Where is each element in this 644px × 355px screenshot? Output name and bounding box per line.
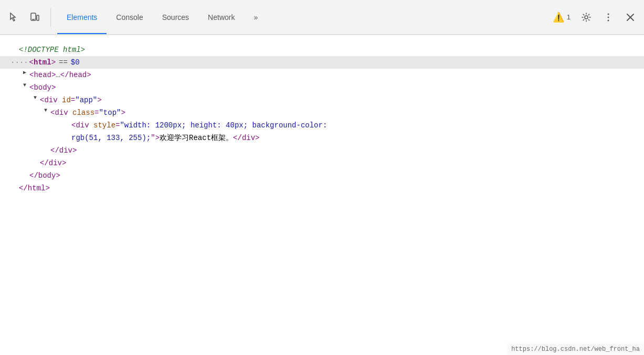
tab-more-label: »	[254, 13, 258, 21]
url-bar: https://blog.csdn.net/web_front_ha	[507, 343, 644, 355]
devtools-toolbar: Elements Console Sources Network » ⚠️ 1	[0, 0, 644, 35]
div-style-line2[interactable]: rgb(51, 133, 255);">欢迎学习React框架。</div>	[0, 132, 644, 144]
tab-console-label: Console	[116, 13, 143, 21]
html-line[interactable]: ···· <html> == $0	[0, 56, 644, 69]
more-options-button[interactable]	[599, 8, 618, 27]
html-tag-open: <	[29, 57, 34, 68]
gear-icon	[581, 12, 592, 23]
style-close-quote: ">	[151, 132, 160, 144]
device-icon	[29, 12, 40, 23]
doctype-line: <!DOCTYPE html>	[0, 44, 644, 56]
warning-icon: ⚠️	[553, 12, 564, 23]
div-top-close-line[interactable]: </div>	[0, 144, 644, 157]
warning-badge[interactable]: ⚠️ 1	[550, 9, 574, 25]
rgb-value: rgb(51, 133, 255);	[71, 132, 151, 144]
no-arrow-top-close	[42, 145, 49, 152]
body-close-line[interactable]: </body>	[0, 169, 644, 182]
div-app-line[interactable]: ▼ <div id="app">	[0, 94, 644, 106]
div-top-tag: <div class="top">	[50, 107, 125, 119]
svg-point-6	[608, 19, 609, 21]
settings-button[interactable]	[577, 8, 596, 27]
close-icon	[625, 12, 636, 23]
no-arrow-style2	[63, 132, 70, 139]
svg-point-3	[585, 16, 588, 19]
no-arrow-style	[63, 120, 70, 127]
inspect-element-button[interactable]	[4, 8, 23, 27]
tab-elements[interactable]: Elements	[57, 0, 107, 34]
no-arrow-html-close	[10, 182, 18, 190]
toolbar-left-icons	[4, 8, 51, 27]
div-style-line1[interactable]: <div style="width: 1200px; height: 40px;…	[0, 119, 644, 132]
tab-network-label: Network	[208, 13, 235, 21]
close-devtools-button[interactable]	[621, 8, 640, 27]
div-style-tag-open: <div style="width: 1200px; height: 40px;…	[71, 120, 327, 131]
toolbar-tabs: Elements Console Sources Network »	[57, 0, 267, 34]
warning-count: 1	[567, 13, 571, 21]
head-tag: <head>	[29, 69, 56, 81]
html-dots: ····	[10, 57, 28, 68]
no-arrow-body-close	[21, 170, 28, 177]
div-top-close-tag: </div>	[50, 145, 77, 156]
doctype-text: <!DOCTYPE html>	[19, 44, 85, 56]
head-close-tag: </head>	[60, 69, 91, 81]
body-tag: <body>	[29, 82, 56, 93]
no-arrow-app-close	[31, 157, 39, 165]
svg-point-4	[608, 13, 609, 15]
html-equals: ==	[59, 57, 68, 68]
svg-rect-1	[37, 15, 39, 20]
toolbar-right: ⚠️ 1	[550, 8, 640, 27]
body-line[interactable]: ▼ <body>	[0, 81, 644, 94]
react-text-content: 欢迎学习React框架。	[160, 132, 233, 144]
expand-div-top-arrow[interactable]: ▼	[42, 107, 49, 114]
tab-console[interactable]: Console	[107, 0, 152, 34]
tab-sources-label: Sources	[162, 13, 189, 21]
head-line[interactable]: ▶ <head>…</head>	[0, 69, 644, 81]
tab-network[interactable]: Network	[198, 0, 244, 34]
svg-point-5	[608, 16, 609, 18]
html-tag-close: >	[51, 57, 56, 68]
html-tag-name: html	[34, 57, 51, 68]
html-close-tag: </html>	[19, 182, 50, 194]
no-arrow-doctype	[10, 44, 18, 51]
tab-more[interactable]: »	[244, 0, 267, 34]
div-app-close-line[interactable]: </div>	[0, 157, 644, 169]
url-text: https://blog.csdn.net/web_front_ha	[511, 346, 640, 353]
div-app-close-tag: </div>	[40, 157, 66, 169]
elements-panel: <!DOCTYPE html> ···· <html> == $0 ▶ <hea…	[0, 35, 644, 355]
more-options-icon	[603, 12, 614, 23]
body-close-tag: </body>	[29, 170, 60, 181]
html-dollar: $0	[71, 57, 80, 68]
div-top-line[interactable]: ▼ <div class="top">	[0, 106, 644, 119]
html-close-line[interactable]: </html>	[0, 182, 644, 195]
div-inner-close: </div>	[233, 132, 259, 144]
head-ellipsis: …	[56, 69, 60, 81]
expand-div-app-arrow[interactable]: ▼	[31, 94, 39, 102]
expand-head-arrow[interactable]: ▶	[21, 69, 28, 77]
inspect-icon	[8, 12, 19, 23]
div-app-tag: <div id="app">	[40, 94, 102, 106]
device-toggle-button[interactable]	[25, 8, 44, 27]
tab-sources[interactable]: Sources	[153, 0, 198, 34]
tab-elements-label: Elements	[67, 13, 97, 21]
expand-body-arrow[interactable]: ▼	[21, 82, 28, 89]
